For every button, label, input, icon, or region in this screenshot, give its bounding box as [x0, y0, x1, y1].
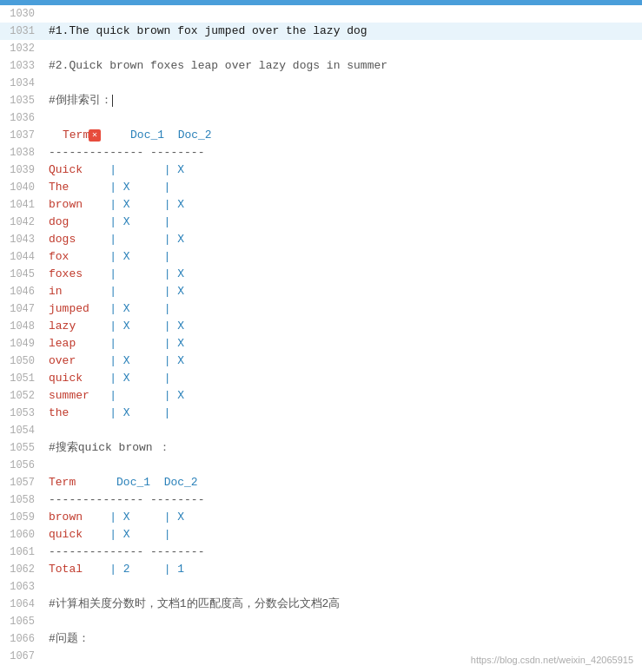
line-content-1033: #2.Quick brown foxes leap over lazy dogs… — [43, 57, 642, 75]
table-values: | X | — [83, 372, 170, 385]
table-values: | | X — [76, 233, 184, 246]
table-term: the — [49, 406, 69, 419]
line-content-1038: -------------- -------- — [43, 144, 642, 161]
line-content-1061: -------------- -------- — [43, 544, 642, 561]
line-1064: 1064#计算相关度分数时，文档1的匹配度高，分数会比文档2高 — [0, 596, 642, 613]
line-number-1065: 1065 — [0, 613, 43, 630]
line-number-1030: 1030 — [0, 5, 43, 23]
table-values: | X | — [69, 215, 170, 228]
line-number-1049: 1049 — [0, 335, 43, 352]
line-content-1052: summer | | X — [43, 387, 642, 405]
code-editor[interactable]: 10301031#1.The quick brown fox jumped ov… — [0, 0, 642, 672]
watermark: https://blog.csdn.net/weixin_42065915 — [471, 655, 633, 665]
text-cursor — [112, 95, 113, 107]
table-values: | X | X — [76, 354, 184, 367]
line-content-1043: dogs | | X — [43, 231, 642, 248]
table-term: dog — [49, 215, 69, 228]
line-1055: 1055#搜索quick brown ： — [0, 439, 642, 457]
line-number-1047: 1047 — [0, 300, 43, 318]
line-number-1041: 1041 — [0, 196, 43, 214]
header-term-2: Term — [49, 476, 76, 489]
line-1034: 1034 — [0, 75, 642, 92]
line-1052: 1052summer | | X — [0, 387, 642, 405]
table-values: | | X — [83, 267, 184, 280]
table-term: brown — [49, 198, 83, 211]
line-1040: 1040The | X | — [0, 179, 642, 196]
line-content-1041: brown | X | X — [43, 196, 642, 214]
line-content-1066: #问题： — [43, 630, 642, 648]
line-1045: 1045foxes | | X — [0, 266, 642, 283]
line-content-1051: quick | X | — [43, 370, 642, 387]
line-1044: 1044fox | X | — [0, 248, 642, 266]
line-number-1033: 1033 — [0, 57, 43, 75]
line-content-1057: Term Doc_1 Doc_2 — [43, 474, 642, 491]
line-1054: 1054 — [0, 422, 642, 439]
line-content-1047: jumped | X | — [43, 300, 642, 318]
line-number-1051: 1051 — [0, 370, 43, 387]
table-values: | X | — [83, 528, 170, 541]
line-1030: 1030 — [0, 5, 642, 23]
line-number-1031: 1031 — [0, 23, 43, 40]
table-term: over — [49, 354, 76, 367]
total-values: | 2 | 1 — [83, 563, 184, 576]
line-content-1059: brown | X | X — [43, 509, 642, 526]
line-number-1055: 1055 — [0, 439, 43, 457]
line-1031: 1031#1.The quick brown fox jumped over t… — [0, 23, 642, 40]
line-number-1050: 1050 — [0, 352, 43, 370]
line-number-1048: 1048 — [0, 318, 43, 335]
table-term: dogs — [49, 233, 76, 246]
line-number-1067: 1067 — [0, 648, 43, 665]
line-number-1063: 1063 — [0, 578, 43, 596]
line-1032: 1032 — [0, 40, 642, 57]
table-term: brown — [49, 511, 83, 524]
table-values: | | X — [89, 389, 184, 402]
line-number-1066: 1066 — [0, 630, 43, 648]
table-term: Quick — [49, 163, 83, 176]
line-number-1058: 1058 — [0, 491, 43, 509]
table-term: jumped — [49, 302, 89, 315]
line-1061: 1061-------------- -------- — [0, 544, 642, 561]
table-term: foxes — [49, 267, 83, 280]
line-1051: 1051quick | X | — [0, 370, 642, 387]
table-values: | X | X — [76, 320, 184, 333]
line-content-1064: #计算相关度分数时，文档1的匹配度高，分数会比文档2高 — [43, 596, 642, 613]
line-1037: 1037✕Term Doc_1 Doc_2 — [0, 127, 642, 144]
line-number-1032: 1032 — [0, 40, 43, 57]
line-number-1046: 1046 — [0, 283, 43, 300]
line-1057: 1057Term Doc_1 Doc_2 — [0, 474, 642, 491]
line-content-1053: the | X | — [43, 405, 642, 422]
line-content-1046: in | | X — [43, 283, 642, 300]
line-content-1060: quick | X | — [43, 526, 642, 544]
table-term: fox — [49, 250, 69, 263]
table-values: | X | — [89, 302, 171, 315]
table-values: | X | — [69, 181, 170, 194]
line-1050: 1050over | X | X — [0, 352, 642, 370]
line-content-1048: lazy | X | X — [43, 318, 642, 335]
table-values: | X | X — [83, 511, 184, 524]
line-number-1040: 1040 — [0, 179, 43, 196]
line-number-1064: 1064 — [0, 596, 43, 613]
line-number-1045: 1045 — [0, 266, 43, 283]
table-values: | | X — [83, 163, 184, 176]
table-values: | | X — [76, 337, 184, 350]
line-1039: 1039Quick | | X — [0, 161, 642, 179]
line-content-1044: fox | X | — [43, 248, 642, 266]
line-1063: 1063 — [0, 578, 642, 596]
line-content-1045: foxes | | X — [43, 266, 642, 283]
line-number-1053: 1053 — [0, 405, 43, 422]
header-docs-2: Doc_1 Doc_2 — [76, 476, 197, 489]
table-values: | X | X — [83, 198, 184, 211]
line-number-1034: 1034 — [0, 75, 43, 92]
table-term: lazy — [49, 320, 76, 333]
line-1056: 1056 — [0, 457, 642, 474]
line-1065: 1065 — [0, 613, 642, 630]
table-values: | | X — [63, 285, 184, 298]
line-content-1050: over | X | X — [43, 352, 642, 370]
line-content-1035: #倒排索引： — [43, 92, 642, 109]
line-content-1062: Total | 2 | 1 — [43, 561, 642, 578]
lines-container: 10301031#1.The quick brown fox jumped ov… — [0, 5, 642, 665]
line-number-1060: 1060 — [0, 526, 43, 544]
line-number-1057: 1057 — [0, 474, 43, 491]
line-1043: 1043dogs | | X — [0, 231, 642, 248]
line-number-1059: 1059 — [0, 509, 43, 526]
